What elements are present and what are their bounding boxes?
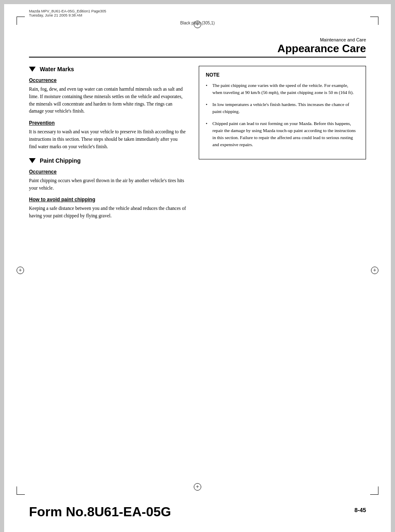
two-column-layout: Water Marks Occurrence Rain, fog, dew, a… — [29, 66, 366, 224]
water-marks-prevention-label: Prevention — [29, 120, 186, 126]
reg-circle-right — [371, 267, 378, 274]
paint-chipping-occurrence-label: Occurrence — [29, 169, 186, 175]
content-area: Maintenance and Care Appearance Care Wat… — [29, 37, 366, 491]
page: Mazda MPV_8U61-EA-05G_Edition1 Page305 T… — [4, 4, 391, 532]
note-item-1: The paint chipping zone varies with the … — [206, 82, 359, 96]
how-to-avoid-label: How to avoid paint chipping — [29, 197, 186, 202]
water-marks-occurrence-label: Occurrence — [29, 77, 186, 83]
header-plate: Black plate (305,1) — [180, 21, 214, 25]
water-marks-prevention-text: It is necessary to wash and wax your veh… — [29, 128, 186, 150]
left-column: Water Marks Occurrence Rain, fog, dew, a… — [29, 66, 186, 224]
corner-mark-tl — [17, 17, 25, 25]
corner-mark-tr — [370, 17, 378, 25]
note-item-3: Chipped paint can lead to rust forming o… — [206, 120, 359, 148]
paint-chipping-occurrence-text: Paint chipping occurs when gravel thrown… — [29, 177, 186, 192]
section-small-title: Maintenance and Care — [29, 37, 366, 42]
triangle-icon-water — [29, 67, 36, 72]
water-marks-title: Water Marks — [40, 66, 74, 72]
note-item-2: In low temperatures a vehicle's finish h… — [206, 101, 359, 115]
note-box: NOTE The paint chipping zone varies with… — [199, 66, 366, 159]
paint-chipping-section-title: Paint Chipping — [29, 157, 186, 164]
water-marks-section-title: Water Marks — [29, 66, 186, 72]
water-marks-occurrence-text: Rain, fog, dew, and even tap water can c… — [29, 86, 186, 115]
corner-mark-bl — [17, 486, 25, 495]
note-title: NOTE — [206, 72, 359, 78]
note-list: The paint chipping zone varies with the … — [206, 82, 359, 148]
header-meta: Mazda MPV_8U61-EA-05G_Edition1 Page305 T… — [29, 9, 106, 17]
meta-line2: Tuesday, June 21 2005 9:38 AM — [29, 13, 82, 17]
form-number: Form No.8U61-EA-05G — [29, 504, 171, 520]
page-number: 8-45 — [354, 507, 366, 513]
how-to-avoid-text: Keeping a safe distance between you and … — [29, 205, 186, 220]
right-column: NOTE The paint chipping zone varies with… — [199, 66, 366, 224]
triangle-icon-paint — [29, 158, 36, 163]
meta-line1: Mazda MPV_8U61-EA-05G_Edition1 Page305 — [29, 9, 106, 13]
reg-circle-left — [17, 267, 24, 274]
section-big-title: Appearance Care — [29, 42, 366, 55]
paint-chipping-title: Paint Chipping — [40, 157, 81, 164]
section-header: Maintenance and Care Appearance Care — [29, 37, 366, 58]
corner-mark-br — [370, 486, 378, 495]
